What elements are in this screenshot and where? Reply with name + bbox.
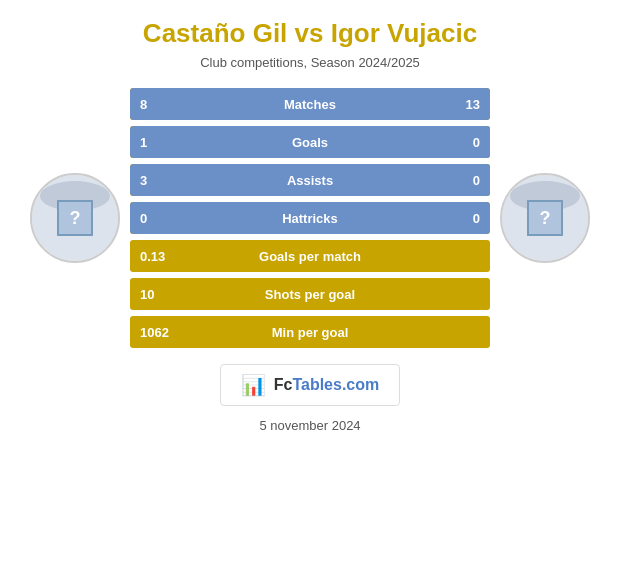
content-area: ? 8Matches131Goals03Assists00Hattricks00… xyxy=(0,88,620,348)
stat-single-label-4: Goals per match xyxy=(130,249,490,264)
stat-center-label-1: Goals xyxy=(130,135,490,150)
stat-row-6: 1062Min per goal xyxy=(130,316,490,348)
stat-center-label-2: Assists xyxy=(130,173,490,188)
stat-row-0: 8Matches13 xyxy=(130,88,490,120)
stat-center-label-0: Matches xyxy=(130,97,490,112)
stats-section: 8Matches131Goals03Assists00Hattricks00.1… xyxy=(130,88,490,348)
stat-right-value-1: 0 xyxy=(473,135,480,150)
stat-right-value-0: 13 xyxy=(466,97,480,112)
date-label: 5 november 2024 xyxy=(259,418,360,433)
page-subtitle: Club competitions, Season 2024/2025 xyxy=(200,55,420,70)
right-avatar-placeholder: ? xyxy=(527,200,563,236)
stat-row-2: 3Assists0 xyxy=(130,164,490,196)
left-avatar-placeholder: ? xyxy=(57,200,93,236)
stat-row-3: 0Hattricks0 xyxy=(130,202,490,234)
stat-center-label-3: Hattricks xyxy=(130,211,490,226)
stat-row-5: 10Shots per goal xyxy=(130,278,490,310)
right-player-avatar: ? xyxy=(500,173,590,263)
page-container: Castaño Gil vs Igor Vujacic Club competi… xyxy=(0,0,620,580)
watermark-text-colored: Tables.com xyxy=(292,376,379,393)
page-title: Castaño Gil vs Igor Vujacic xyxy=(143,18,477,49)
stat-row-4: 0.13Goals per match xyxy=(130,240,490,272)
watermark-text: FcTables.com xyxy=(274,376,380,394)
stat-single-label-6: Min per goal xyxy=(130,325,490,340)
stat-right-value-2: 0 xyxy=(473,173,480,188)
stat-right-value-3: 0 xyxy=(473,211,480,226)
watermark: 📊 FcTables.com xyxy=(220,364,401,406)
stat-single-label-5: Shots per goal xyxy=(130,287,490,302)
stat-row-1: 1Goals0 xyxy=(130,126,490,158)
left-player-avatar: ? xyxy=(30,173,120,263)
watermark-icon: 📊 xyxy=(241,373,266,397)
